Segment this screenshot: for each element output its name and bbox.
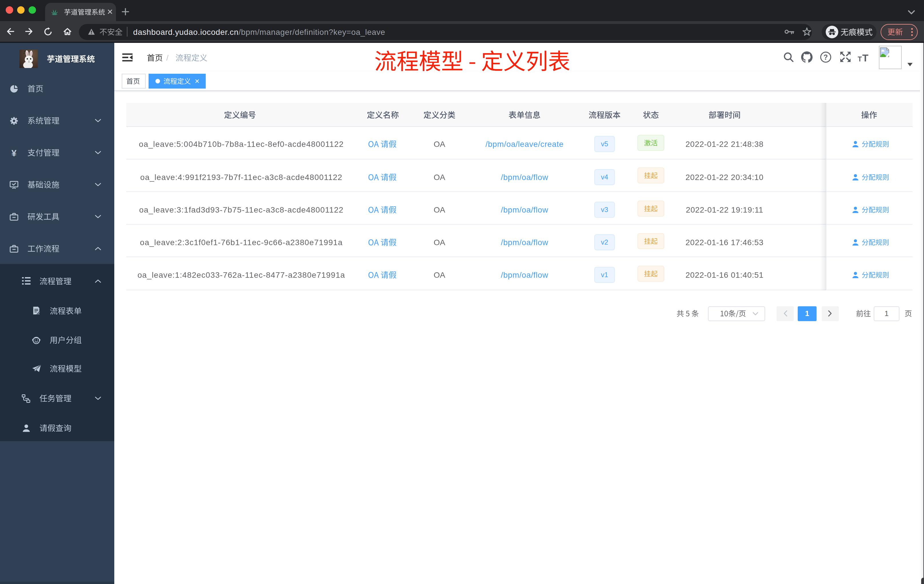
svg-text:¥: ¥: [12, 148, 16, 157]
svg-text:T: T: [858, 55, 862, 62]
svg-text:?: ?: [823, 53, 828, 61]
svg-text:T: T: [862, 52, 868, 62]
